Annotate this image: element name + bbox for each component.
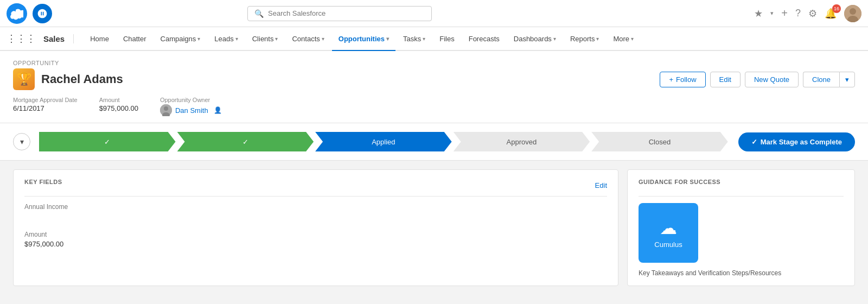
grid-icon[interactable]: ⋮⋮⋮ [7, 33, 36, 45]
nav-files[interactable]: Files [433, 27, 461, 51]
guidance-panel: GUIDANCE FOR SUCCESS ☁ Cumulus Key Takea… [627, 169, 855, 286]
nav-home[interactable]: Home [84, 27, 116, 51]
top-right-actions: ★ ▾ + ? ⚙ 🔔 16 [754, 5, 861, 22]
nav-tasks[interactable]: Tasks ▾ [397, 27, 432, 51]
nav-leads-label: Leads [214, 35, 233, 43]
stage-step-closed[interactable]: Closed [591, 132, 728, 151]
stage-step-2[interactable]: ✓ [177, 132, 314, 151]
nav-forecasts-label: Forecasts [469, 35, 500, 43]
add-icon[interactable]: + [781, 7, 788, 20]
stage-collapse-button[interactable]: ▾ [13, 133, 30, 150]
plus-icon: + [669, 75, 673, 84]
owner-label: Opportunity Owner [160, 97, 222, 103]
checkmark-icon: ✓ [242, 138, 248, 146]
cumulus-box: ☁ Cumulus [639, 203, 698, 263]
nav-contacts-label: Contacts [292, 35, 320, 43]
nav-chatter-label: Chatter [123, 35, 146, 43]
owner-name[interactable]: Dan Smith [175, 106, 208, 115]
amount-field: Amount $975,000.00 [99, 97, 138, 116]
new-quote-button[interactable]: New Quote [745, 72, 799, 87]
salesforce-logo[interactable] [7, 3, 27, 24]
nav-opportunities-label: Opportunities [339, 35, 385, 43]
stage-step-1[interactable]: ✓ [39, 132, 176, 151]
stage-step-approved[interactable]: Approved [454, 132, 590, 151]
action-buttons: + Follow Edit New Quote Clone ▾ [660, 72, 855, 87]
nav-tasks-label: Tasks [403, 35, 421, 43]
annual-income-field: Annual Income ✏ [24, 203, 607, 222]
nav-more-label: More [613, 35, 629, 43]
search-bar[interactable]: 🔍 [247, 6, 432, 21]
nav-more[interactable]: More ▾ [607, 27, 640, 51]
clone-button-group: Clone ▾ [803, 72, 855, 87]
owner-edit-icon[interactable]: 👤 [214, 106, 222, 114]
nav-campaigns[interactable]: Campaigns ▾ [154, 27, 207, 51]
stage-steps: ✓ ✓ Applied Approved Closed [39, 132, 730, 151]
record-meta: Mortgage Approval Date 6/11/2017 Amount … [13, 97, 855, 116]
guidance-title: GUIDANCE FOR SUCCESS [639, 179, 720, 185]
nav-dashboards[interactable]: Dashboards ▾ [507, 27, 563, 51]
app-label: Sales [43, 34, 74, 43]
user-avatar[interactable] [844, 5, 861, 22]
key-fields-edit-link[interactable]: Edit [595, 181, 607, 189]
svg-point-4 [164, 106, 168, 111]
mortgage-label: Mortgage Approval Date [13, 97, 78, 103]
chevron-down-icon: ▾ [197, 36, 200, 42]
favorites-icon[interactable]: ★ [754, 8, 763, 20]
amount-field: Amount $975,000.00 ✏ [24, 231, 607, 250]
mortgage-field: Mortgage Approval Date 6/11/2017 [13, 97, 78, 116]
stage-closed-label: Closed [649, 138, 671, 146]
svg-point-1 [850, 8, 856, 15]
main-content: KEY FIELDS Edit Annual Income ✏ Amount $… [0, 161, 868, 295]
nav-leads[interactable]: Leads ▾ [208, 27, 244, 51]
checkmark-icon: ✓ [104, 138, 110, 146]
stage-bar-section: ▾ ✓ ✓ Applied Approved Closed ✓ Mark Sta… [0, 123, 868, 161]
nav-clients[interactable]: Clients ▾ [246, 27, 285, 51]
chevron-down-icon: ▾ [275, 36, 278, 42]
nav-dashboards-label: Dashboards [514, 35, 552, 43]
favorites-dropdown-icon[interactable]: ▾ [770, 10, 774, 17]
stage-applied-label: Applied [372, 138, 395, 146]
stage-step-applied[interactable]: Applied [315, 132, 452, 151]
chevron-down-icon: ▾ [631, 36, 634, 42]
nav-chatter[interactable]: Chatter [117, 27, 153, 51]
notifications[interactable]: 🔔 16 [825, 8, 837, 20]
nav-opportunities[interactable]: Opportunities ▾ [332, 27, 395, 51]
key-fields-panel: KEY FIELDS Edit Annual Income ✏ Amount $… [13, 169, 618, 286]
amount-label: Amount [99, 97, 138, 103]
app-icon [33, 4, 52, 23]
key-fields-title: KEY FIELDS [24, 179, 62, 185]
settings-icon[interactable]: ⚙ [808, 8, 817, 20]
nav-reports[interactable]: Reports ▾ [564, 27, 606, 51]
annual-income-label: Annual Income [24, 203, 607, 211]
clone-dropdown-button[interactable]: ▾ [839, 72, 855, 87]
nav-home-label: Home [90, 35, 109, 43]
nav-files-label: Files [439, 35, 454, 43]
nav-campaigns-label: Campaigns [161, 35, 196, 43]
record-header: OPPORTUNITY 🏆 Rachel Adams + Follow Edit… [0, 51, 868, 123]
chevron-down-icon: ▾ [553, 36, 556, 42]
search-input[interactable] [268, 9, 425, 17]
help-icon[interactable]: ? [795, 8, 801, 19]
record-type-label: OPPORTUNITY [13, 60, 855, 66]
clone-button[interactable]: Clone [803, 72, 839, 87]
nav-forecasts[interactable]: Forecasts [462, 27, 506, 51]
amount-value: $975,000.00 [24, 240, 607, 250]
mark-stage-complete-button[interactable]: ✓ Mark Stage as Complete [738, 132, 855, 151]
cloud-icon: ☁ [660, 218, 677, 238]
search-icon: 🔍 [254, 9, 264, 18]
follow-button[interactable]: + Follow [660, 72, 705, 87]
annual-income-value [24, 212, 607, 222]
nav-contacts[interactable]: Contacts ▾ [285, 27, 330, 51]
chevron-down-icon: ▾ [596, 36, 599, 42]
edit-button[interactable]: Edit [710, 72, 741, 87]
top-nav: 🔍 ★ ▾ + ? ⚙ 🔔 16 [0, 0, 868, 27]
nav-reports-label: Reports [570, 35, 595, 43]
guidance-description: Key Takeaways and Verification Steps/Res… [639, 269, 844, 277]
stage-approved-label: Approved [507, 138, 537, 146]
mortgage-value: 6/11/2017 [13, 104, 78, 112]
chevron-down-icon: ▾ [322, 36, 324, 42]
notification-count: 16 [832, 4, 841, 13]
chevron-down-icon: ▾ [423, 36, 425, 42]
amount-value: $975,000.00 [99, 104, 138, 112]
chevron-down-icon: ▾ [235, 36, 238, 42]
